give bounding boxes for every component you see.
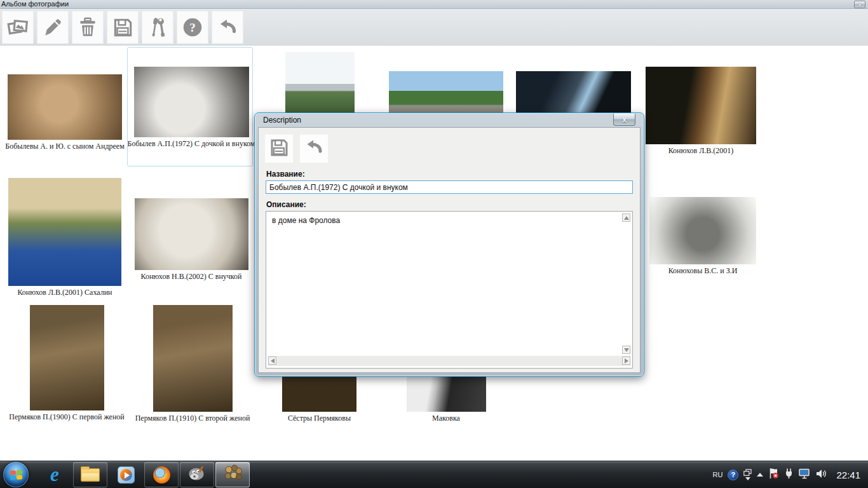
photo-cell[interactable]: Пермяков П.(1910) С второй женой <box>139 305 247 423</box>
main-toolbar: ? <box>0 9 868 46</box>
photo-caption: Конюхов Л.В.(2001) Сахалин <box>17 288 112 297</box>
photo-cell-selected[interactable]: Бобылев А.П.(1972) С дочкой и внуком <box>131 67 252 149</box>
show-hidden-icons-button[interactable] <box>757 473 763 477</box>
power-plug-icon[interactable] <box>784 468 794 482</box>
dialog-close-button[interactable]: x <box>613 114 635 126</box>
photo-caption: Бобылевы А. и Ю. с сыном Андреем <box>5 142 124 151</box>
scroll-right-button[interactable] <box>622 356 630 365</box>
photo-thumbnail[interactable] <box>135 198 248 270</box>
photo-cell[interactable]: Бобылевы А. и Ю. с сыном Андреем <box>5 74 125 151</box>
taskbar-photo-album-button[interactable] <box>215 462 250 487</box>
windows-logo-icon <box>10 470 22 480</box>
photo-caption: Конюховы В.С. и З.И <box>668 266 738 276</box>
photo-caption: Пермяков П.(1900) С первой женой <box>9 412 125 422</box>
description-dialog: Description x Название: Описание: в доме… <box>254 112 644 377</box>
photo-caption: Конюхов Н.В.(2002) С внучкой <box>141 272 242 281</box>
photo-cell[interactable]: Пермяков П.(1900) С первой женой <box>13 305 121 422</box>
volume-icon[interactable] <box>815 468 827 482</box>
description-textbox[interactable]: в доме на Фролова <box>266 211 633 369</box>
photo-album-app-icon <box>223 464 243 485</box>
scroll-up-button[interactable] <box>622 214 630 222</box>
photo-thumbnail[interactable] <box>153 305 233 412</box>
start-button[interactable] <box>3 462 29 487</box>
taskbar-media-player-button[interactable] <box>109 462 143 487</box>
edit-icon <box>41 15 65 39</box>
language-indicator[interactable]: RU <box>713 471 723 478</box>
dialog-save-button[interactable] <box>264 134 294 163</box>
firefox-icon <box>153 466 170 484</box>
svg-text:?: ? <box>189 21 196 34</box>
photo-thumbnail[interactable] <box>134 67 249 137</box>
save-icon <box>111 15 135 39</box>
clock[interactable]: 22:41 <box>836 470 860 480</box>
taskbar-explorer-button[interactable] <box>73 462 107 487</box>
photo-caption: Бобылев А.П.(1972) С дочкой и внуком <box>128 139 255 149</box>
delete-button[interactable] <box>72 11 104 44</box>
system-tray: RU ? 22:41 <box>713 468 868 482</box>
horizontal-scrollbar[interactable] <box>268 356 630 366</box>
tray-help-icon[interactable]: ? <box>728 470 738 480</box>
gimp-icon <box>187 465 207 485</box>
description-label: Описание: <box>266 200 640 209</box>
photo-cell[interactable]: Конюховы В.С. и З.И <box>646 197 760 276</box>
taskbar-ie-button[interactable]: e <box>37 462 72 487</box>
photo-thumbnail[interactable] <box>646 67 756 144</box>
internet-explorer-icon: e <box>50 465 59 484</box>
folder-icon <box>81 468 100 482</box>
save-button[interactable] <box>107 11 139 44</box>
trash-icon <box>76 15 100 39</box>
window-close-button[interactable]: x <box>854 1 865 8</box>
scroll-left-button[interactable] <box>268 356 276 365</box>
name-input[interactable] <box>266 180 633 194</box>
photo-thumbnail[interactable] <box>30 305 104 410</box>
photo-caption: Конюхов Л.В.(2001) <box>668 146 734 156</box>
photo-cell[interactable]: Конюхов Л.В.(2001) <box>642 67 760 156</box>
edit-button[interactable] <box>37 11 69 44</box>
settings-button[interactable] <box>142 11 173 44</box>
taskbar-gimp-button[interactable] <box>180 462 214 487</box>
network-icon[interactable] <box>799 468 810 482</box>
dialog-undo-button[interactable] <box>299 134 329 163</box>
tray-restore-icon[interactable] <box>743 469 752 480</box>
dialog-body: Название: Описание: в доме на Фролова <box>258 127 641 373</box>
help-button[interactable]: ? <box>177 11 208 44</box>
undo-button[interactable] <box>212 11 243 44</box>
action-center-flag-icon[interactable] <box>768 468 779 482</box>
scroll-down-button[interactable] <box>622 346 630 354</box>
photo-caption: Маковка <box>432 414 460 423</box>
dialog-title: Description <box>263 116 301 125</box>
media-player-icon <box>118 466 135 484</box>
photos-button[interactable] <box>2 11 34 44</box>
tools-icon <box>146 15 170 39</box>
name-label: Название: <box>266 170 640 179</box>
photo-cell[interactable]: Конюхов Н.В.(2002) С внучкой <box>130 198 252 281</box>
photo-caption: Пермяков П.(1910) С второй женой <box>135 414 250 423</box>
app-window: Альбом фотографии x ? Бобылевы А. и Ю. с… <box>0 0 868 488</box>
photo-caption: Сёстры Пермяковы <box>288 414 351 423</box>
photo-thumbnail[interactable] <box>8 178 121 286</box>
dialog-titlebar[interactable]: Description <box>255 113 644 127</box>
taskbar: e RU ? 22:41 <box>0 461 868 488</box>
photo-cell[interactable]: Конюхов Л.В.(2001) Сахалин <box>5 178 125 297</box>
window-titlebar: Альбом фотографии x <box>0 0 868 9</box>
photos-icon <box>6 15 30 39</box>
photo-thumbnail[interactable] <box>649 197 756 264</box>
window-title: Альбом фотографии <box>0 0 69 8</box>
photo-thumbnail[interactable] <box>8 74 122 140</box>
undo-icon <box>302 136 325 161</box>
description-text[interactable]: в доме на Фролова <box>266 212 632 229</box>
help-icon: ? <box>180 15 205 39</box>
dialog-toolbar <box>259 128 640 163</box>
undo-icon <box>215 15 240 39</box>
taskbar-firefox-button[interactable] <box>144 462 179 487</box>
save-icon <box>268 136 290 161</box>
